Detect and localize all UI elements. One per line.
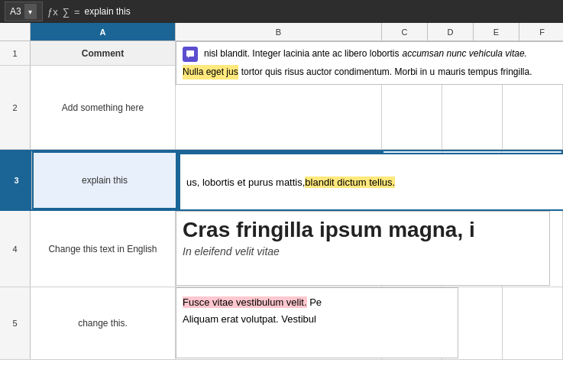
- col-header-b[interactable]: B: [176, 23, 382, 40]
- annotation-text-2-pre: nisl blandit. Integer lacinia ante ac li…: [204, 47, 399, 61]
- cell-3a[interactable]: explain this: [32, 151, 177, 209]
- row-num-3: 3: [2, 151, 32, 209]
- cell-2a[interactable]: Add something here: [31, 66, 176, 149]
- cell-4b[interactable]: Cras fringilla ipsum magna, i In eleifen…: [176, 211, 382, 287]
- row-num-1: 1: [0, 41, 31, 65]
- cell-5b[interactable]: Fusce vitae vestibulum velit. Pe Aliquam…: [176, 287, 382, 359]
- col-header-e[interactable]: E: [474, 23, 519, 40]
- annotation-text-5-highlight: Fusce vitae vestibulum velit.: [183, 296, 307, 308]
- row-4: 4 Change this text in English Cras fring…: [0, 211, 563, 287]
- cell-3b[interactable]: us, lobortis et purus mattis, blandit di…: [177, 151, 383, 209]
- equals-icon[interactable]: =: [74, 6, 80, 18]
- fx-icon[interactable]: ƒx: [47, 6, 58, 18]
- comment-icon-2: [183, 47, 198, 62]
- col-header-d[interactable]: D: [428, 23, 474, 40]
- annotation-row3-overlay: us, lobortis et purus mattis, blandit di…: [179, 153, 563, 211]
- cell-5a[interactable]: change this.: [31, 287, 176, 359]
- annotation-text-2-end: mauris tempus fringilla.: [438, 65, 532, 79]
- annotation-text-2-highlight: Nulla eget jus: [183, 65, 238, 79]
- cell-ref-dropdown-button[interactable]: ▾: [24, 4, 37, 19]
- cell-1a[interactable]: Comment: [31, 41, 176, 65]
- cell-2b[interactable]: nisl blandit. Integer lacinia ante ac li…: [176, 66, 382, 149]
- cell-5e[interactable]: [503, 287, 563, 359]
- row-5: 5 change this. Fusce vitae vestibulum ve…: [0, 287, 563, 360]
- annotation-text-2-italic: accumsan nunc vehicula vitae.: [402, 47, 526, 61]
- cell-reference-value: A3: [10, 6, 21, 17]
- annotation-text-5-line2: Aliquam erat volutpat. Vestibul: [183, 313, 316, 325]
- cell-reference-box[interactable]: A3 ▾: [5, 2, 43, 21]
- row-num-2: 2: [0, 66, 31, 149]
- column-headers: A B C D E F G H: [0, 23, 563, 41]
- annotation-text-2-post: tortor quis risus auctor condimentum. Mo…: [241, 65, 435, 79]
- formula-icons-group: ƒx ∑ =: [47, 6, 80, 18]
- row-3: 3 explain this us, lobortis et purus mat…: [0, 150, 563, 211]
- row-num-header-corner: [0, 23, 31, 40]
- annotation-row4-overlay: Cras fringilla ipsum magna, i In eleifen…: [176, 211, 550, 286]
- annotation-text-3-highlight: blandit dictum tellus.: [305, 177, 395, 188]
- annotation-row2-overlay: nisl blandit. Integer lacinia ante ac li…: [176, 41, 563, 85]
- svg-rect-0: [186, 50, 194, 57]
- sum-icon[interactable]: ∑: [63, 6, 70, 18]
- col-header-f[interactable]: F: [519, 23, 563, 40]
- svg-marker-1: [188, 57, 189, 58]
- annotation-text-5-post: Pe: [309, 296, 322, 308]
- annotation-text-5-content: Fusce vitae vestibulum velit. Pe Aliquam…: [183, 294, 451, 328]
- cell-4a[interactable]: Change this text in English: [31, 211, 176, 287]
- annotation-row5-overlay: Fusce vitae vestibulum velit. Pe Aliquam…: [176, 287, 458, 358]
- annotation-text-3-pre: us, lobortis et purus mattis,: [186, 177, 305, 188]
- formula-input[interactable]: [85, 6, 558, 17]
- annotation-text-4-sub-highlight: In eleifend velit vitae: [183, 245, 280, 258]
- col-header-a[interactable]: A: [31, 23, 176, 40]
- formula-bar: A3 ▾ ƒx ∑ =: [0, 0, 563, 23]
- annotation-2b-content: nisl blandit. Integer lacinia ante ac li…: [176, 66, 381, 149]
- annotation-text-4-sub: In eleifend velit vitae: [183, 245, 543, 258]
- row-num-5: 5: [0, 287, 31, 359]
- col-header-c[interactable]: C: [382, 23, 428, 40]
- spreadsheet: A B C D E F G H 1 Comment Annotation 2 A…: [0, 23, 563, 392]
- rows-container: 1 Comment Annotation 2 Add something her…: [0, 41, 563, 392]
- row-2: 2 Add something here nisl blandit. Integ…: [0, 66, 563, 150]
- row-num-4: 4: [0, 211, 31, 287]
- annotation-text-4-big: Cras fringilla ipsum magna, i: [183, 218, 543, 242]
